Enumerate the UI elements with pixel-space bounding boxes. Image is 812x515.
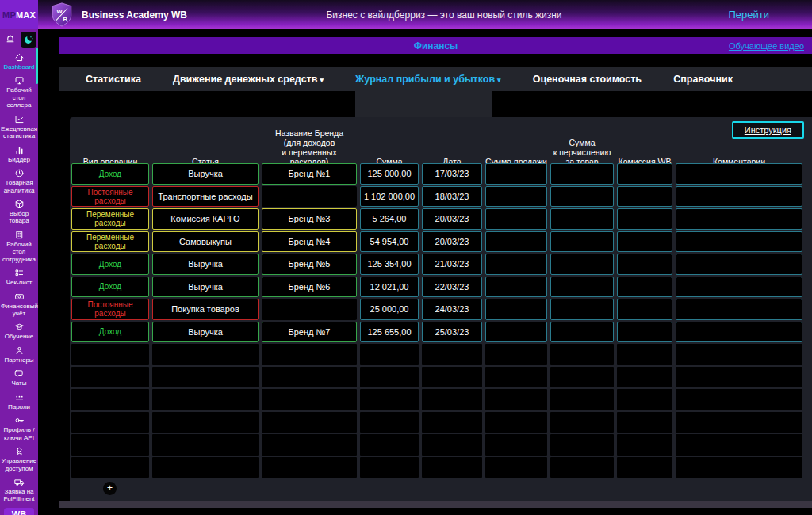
- empty-cell[interactable]: [617, 344, 672, 365]
- empty-cell[interactable]: [422, 457, 482, 479]
- sidebar-item-product-analytics[interactable]: Товарная аналитика: [0, 168, 38, 194]
- cell-article[interactable]: Выручка: [152, 322, 259, 343]
- cell-wb_commission[interactable]: [617, 254, 672, 275]
- cell-brand[interactable]: [262, 299, 357, 320]
- cell-brand[interactable]: Бренд №3: [262, 208, 357, 230]
- cell-date[interactable]: 25/03/23: [422, 322, 482, 343]
- add-row-button[interactable]: +: [103, 482, 117, 495]
- empty-cell[interactable]: [422, 367, 482, 388]
- sidebar-item-access-management[interactable]: Управление доступом: [0, 446, 38, 472]
- tutorial-video-link[interactable]: Обучающее видео: [729, 37, 804, 54]
- empty-cell[interactable]: [262, 389, 357, 410]
- cell-sale_sum[interactable]: [485, 208, 547, 230]
- cell-wb_commission[interactable]: [617, 277, 672, 298]
- cell-type[interactable]: Постоянные расходы: [71, 299, 149, 320]
- cell-date[interactable]: 20/03/23: [422, 231, 482, 253]
- cell-date[interactable]: 22/03/23: [422, 277, 482, 298]
- empty-cell[interactable]: [71, 389, 149, 410]
- empty-cell[interactable]: [617, 457, 672, 479]
- cell-transfer_sum[interactable]: [550, 322, 614, 343]
- go-link[interactable]: Перейти: [728, 0, 769, 29]
- empty-cell[interactable]: [550, 344, 614, 365]
- empty-cell[interactable]: [676, 412, 802, 433]
- empty-cell[interactable]: [676, 434, 802, 456]
- empty-cell[interactable]: [152, 389, 259, 410]
- empty-cell[interactable]: [71, 344, 149, 365]
- empty-cell[interactable]: [422, 412, 482, 433]
- cell-amount[interactable]: 25 000,00: [360, 299, 419, 320]
- cell-transfer_sum[interactable]: [550, 231, 614, 253]
- empty-cell[interactable]: [550, 457, 614, 479]
- empty-cell[interactable]: [360, 389, 419, 410]
- sidebar-item-partners[interactable]: Партнеры: [0, 345, 38, 364]
- empty-cell[interactable]: [485, 457, 547, 479]
- cell-brand[interactable]: Бренд №7: [262, 322, 357, 343]
- cell-wb_commission[interactable]: [617, 299, 672, 320]
- cell-comments[interactable]: [676, 231, 802, 253]
- cell-type[interactable]: Доход: [71, 322, 149, 343]
- sidebar-item-seller-desktop[interactable]: Рабочий стол селлера: [0, 75, 38, 109]
- cell-brand[interactable]: [262, 186, 357, 208]
- empty-cell[interactable]: [485, 434, 547, 456]
- tab-движение-денежных-средств[interactable]: Движение денежных средств▾: [173, 74, 324, 85]
- cell-amount[interactable]: 12 021,00: [360, 277, 419, 298]
- empty-cell[interactable]: [152, 434, 259, 456]
- cell-brand[interactable]: Бренд №1: [262, 163, 357, 185]
- sidebar-item-profile-api[interactable]: Профиль / ключи API: [0, 415, 38, 441]
- cell-brand[interactable]: Бренд №4: [262, 231, 357, 253]
- empty-cell[interactable]: [676, 367, 802, 388]
- cell-article[interactable]: Покупка товаров: [152, 299, 259, 320]
- sidebar-item-wb-business[interactable]: WBБизнес: [0, 508, 38, 515]
- cell-type[interactable]: Доход: [71, 163, 149, 185]
- empty-cell[interactable]: [360, 412, 419, 433]
- instruction-button[interactable]: Инструкция: [732, 121, 804, 139]
- sidebar-item-chats[interactable]: Чаты: [0, 368, 38, 387]
- cell-type[interactable]: Переменные расходы: [71, 231, 149, 253]
- cell-comments[interactable]: [676, 277, 802, 298]
- sidebar-scrollbar-thumb[interactable]: [36, 48, 38, 84]
- cell-brand[interactable]: Бренд №5: [262, 254, 357, 275]
- cell-amount[interactable]: 1 102 000,00: [360, 186, 419, 208]
- cell-brand[interactable]: Бренд №6: [262, 277, 357, 298]
- cell-wb_commission[interactable]: [617, 163, 672, 185]
- empty-cell[interactable]: [262, 367, 357, 388]
- cell-transfer_sum[interactable]: [550, 299, 614, 320]
- cell-article[interactable]: Комиссия КАРГО: [152, 208, 259, 230]
- empty-cell[interactable]: [617, 412, 672, 433]
- empty-cell[interactable]: [262, 344, 357, 365]
- empty-cell[interactable]: [71, 457, 149, 479]
- empty-cell[interactable]: [485, 389, 547, 410]
- empty-cell[interactable]: [71, 367, 149, 388]
- cell-comments[interactable]: [676, 322, 802, 343]
- empty-cell[interactable]: [360, 434, 419, 456]
- sidebar-item-checklist[interactable]: Чек-лист: [0, 268, 38, 286]
- empty-cell[interactable]: [422, 434, 482, 456]
- empty-cell[interactable]: [152, 344, 259, 365]
- cell-transfer_sum[interactable]: [550, 208, 614, 230]
- empty-cell[interactable]: [550, 367, 614, 388]
- cell-amount[interactable]: 125 000,00: [360, 163, 419, 185]
- cell-comments[interactable]: [676, 254, 802, 275]
- empty-cell[interactable]: [262, 412, 357, 433]
- sidebar-item-bidder[interactable]: Биддер: [0, 145, 38, 163]
- cell-type[interactable]: Постоянные расходы: [71, 186, 149, 208]
- cell-date[interactable]: 18/03/23: [422, 186, 482, 208]
- empty-cell[interactable]: [676, 457, 802, 479]
- sidebar-item-product-choice[interactable]: Выбор товара: [0, 199, 38, 225]
- sidebar-item-education[interactable]: Обучение: [0, 322, 38, 340]
- cell-article[interactable]: Транспортные расходы: [152, 186, 259, 208]
- empty-cell[interactable]: [262, 457, 357, 479]
- cell-article[interactable]: Выручка: [152, 277, 259, 298]
- cell-transfer_sum[interactable]: [550, 254, 614, 275]
- empty-cell[interactable]: [71, 412, 149, 433]
- empty-cell[interactable]: [360, 344, 419, 365]
- cell-amount[interactable]: 125 655,00: [360, 322, 419, 343]
- empty-cell[interactable]: [360, 457, 419, 479]
- cell-wb_commission[interactable]: [617, 231, 672, 253]
- cell-type[interactable]: Доход: [71, 277, 149, 298]
- tab-оценочная-стоимость[interactable]: Оценочная стоимость: [533, 74, 642, 85]
- cell-amount[interactable]: 125 354,00: [360, 254, 419, 275]
- empty-cell[interactable]: [676, 344, 802, 365]
- cell-sale_sum[interactable]: [485, 322, 547, 343]
- cell-sale_sum[interactable]: [485, 299, 547, 320]
